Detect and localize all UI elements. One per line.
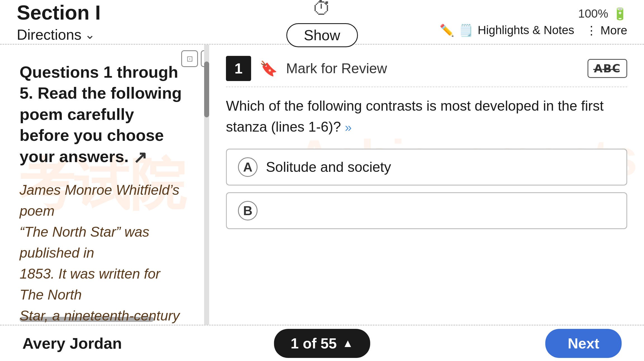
header-icons: ✏️ 🗒️ Highlights & Notes ⋮ More [440,23,627,37]
subtitle-line3: 1853. It was written for The North [20,266,160,303]
passage-heading: Questions 1 through 5. Read the followin… [20,61,185,168]
question-number-badge: 1 [226,56,251,81]
header-left: Section I Directions ⌄ [17,1,101,43]
panel-divider [204,45,209,325]
battery-pct: 100% [578,7,608,20]
pagination-button[interactable]: 1 of 55 ▲ [274,329,370,358]
passage-heading-text: Questions 1 through 5. Read the followin… [20,63,182,165]
next-button[interactable]: Next [545,329,622,358]
more-button[interactable]: ⋮ More [586,23,627,37]
highlights-notes-button[interactable]: ✏️ 🗒️ Highlights & Notes [440,23,574,37]
answer-option-b[interactable]: B [226,192,627,229]
battery-icon: 🔋 [613,7,627,21]
directions-button[interactable]: Directions ⌄ [17,26,101,43]
subtitle-line4: Star, a nineteenth-century [20,308,180,324]
main-content: 考试院 ⊡ ⊡ Questions 1 through 5. Read the … [0,45,644,325]
highlights-notes-label: Highlights & Notes [478,23,574,37]
abc-label: A̶B̶C̶ [594,62,621,75]
header-right: 100% 🔋 ✏️ 🗒️ Highlights & Notes ⋮ More [440,7,627,37]
subtitle-line2: “The North Star” was published in [20,224,149,261]
expand-right-icon[interactable]: ⊡ [201,50,204,67]
subtitle-line1: James Monroe Whitfield’s poem [20,182,180,219]
pagination-label: 1 of 55 [291,335,337,352]
left-panel: 考试院 ⊡ ⊡ Questions 1 through 5. Read the … [0,45,204,325]
more-label: More [600,24,627,37]
timer-icon: ⏱ [312,0,332,19]
passage-subtitle: James Monroe Whitfield’s poem “The North… [20,180,185,325]
abc-button[interactable]: A̶B̶C̶ [588,59,627,78]
notes-icon: 🗒️ [459,23,473,37]
bookmark-icon[interactable]: 🔖 [260,60,278,77]
chevron-down-icon: ⌄ [85,27,95,42]
footer: Avery Jordan 1 of 55 ▲ Next [0,325,644,361]
question-text-content: Which of the following contrasts is most… [226,98,604,135]
option-a-text: Solitude and society [266,159,391,175]
right-panel: Achievements 1 🔖 Mark for Review A̶B̶C̶ … [209,45,644,325]
question-header: 1 🔖 Mark for Review A̶B̶C̶ [226,56,627,87]
cursor-icon: ↗ [133,147,147,168]
option-a-circle: A [238,157,258,177]
directions-label: Directions [17,26,81,43]
expand-icon[interactable]: » [345,120,352,134]
option-a-letter: A [243,160,252,175]
option-b-letter: B [243,203,252,218]
mark-review-label: Mark for Review [286,60,579,77]
section-title: Section I [17,1,101,24]
caret-up-icon: ▲ [342,337,353,350]
collapse-left-icon[interactable]: ⊡ [181,50,198,67]
show-button[interactable]: Show [286,23,358,47]
battery-row: 100% 🔋 [578,7,627,21]
vertical-scrollbar[interactable] [204,61,209,117]
option-b-circle: B [238,201,258,220]
pencil-icon: ✏️ [440,23,454,37]
answer-option-a[interactable]: A Solitude and society [226,149,627,186]
header: Section I Directions ⌄ ⏱ Show 100% 🔋 ✏️ … [0,0,644,45]
more-icon: ⋮ [586,24,597,37]
question-text: Which of the following contrasts is most… [226,96,627,137]
header-center: ⏱ Show [286,0,358,47]
student-name: Avery Jordan [22,334,122,352]
